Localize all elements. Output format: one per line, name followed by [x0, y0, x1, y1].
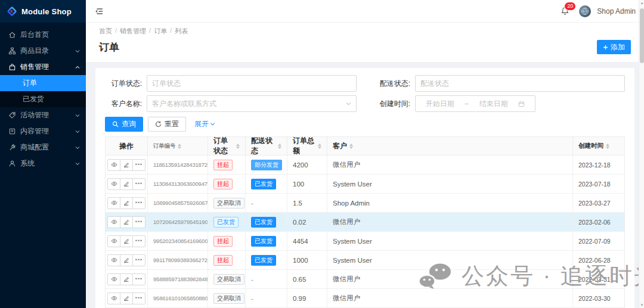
- user-name[interactable]: Shop Admin: [597, 7, 636, 15]
- column-header-order-id[interactable]: 订单编号: [148, 137, 208, 155]
- breadcrumb-item[interactable]: 销售管理: [120, 27, 146, 36]
- app-title: Module Shop: [21, 7, 72, 16]
- order-id-cell: 991178099389366272: [148, 251, 208, 270]
- sort-icon[interactable]: [236, 144, 240, 149]
- chevron-down-icon: [75, 129, 80, 134]
- table-row[interactable]: •••1130843130636009472挂起已发货100System Use…: [106, 175, 624, 194]
- sort-icon[interactable]: [318, 144, 321, 149]
- edit-button[interactable]: [120, 159, 133, 171]
- status-tag: 交易取消: [213, 293, 244, 304]
- column-header-created[interactable]: 创建时间: [573, 137, 624, 155]
- more-button[interactable]: •••: [132, 273, 145, 285]
- more-button[interactable]: •••: [132, 178, 145, 190]
- view-button[interactable]: [107, 197, 120, 209]
- customer-select[interactable]: 客户名称或联系方式: [147, 95, 357, 112]
- sidebar-item-sales[interactable]: 销售管理: [0, 59, 86, 75]
- status-tag: 挂起: [213, 160, 233, 170]
- table-row[interactable]: •••991178099389366272挂起已发货1000System Use…: [106, 251, 624, 270]
- order-id-cell: 995202340854169600: [148, 232, 208, 251]
- breadcrumb-item[interactable]: 首页: [99, 27, 112, 36]
- orders-table: 操作 订单编号 订单状态 配送状态 订单总额 客户 创建时间 •••118613…: [105, 136, 625, 308]
- sidebar-item-shipped[interactable]: 已发货: [0, 91, 86, 107]
- column-header-order-status[interactable]: 订单状态: [208, 137, 246, 155]
- table-row[interactable]: •••1089904585759260672交易取消-1.5Shop Admin…: [106, 194, 624, 213]
- view-button[interactable]: [107, 254, 120, 266]
- delivery-status-cell: 已发货: [246, 232, 287, 251]
- reset-button[interactable]: 重置: [148, 117, 186, 132]
- column-header-delivery-status[interactable]: 配送状态: [246, 137, 287, 155]
- view-button[interactable]: [107, 178, 120, 190]
- table-row[interactable]: •••958616101065850880交易取消-0.99微信用户2022-0…: [106, 289, 624, 308]
- view-button[interactable]: [107, 159, 120, 171]
- sort-icon[interactable]: [278, 144, 281, 149]
- more-button[interactable]: •••: [132, 216, 145, 228]
- sidebar-item-system[interactable]: 系统: [0, 155, 86, 172]
- menu-fold-icon[interactable]: [95, 7, 104, 15]
- order-status-cell: 交易取消: [208, 194, 246, 213]
- edit-button[interactable]: [120, 254, 133, 266]
- table-row[interactable]: •••995202340854169600挂起已发货4454System Use…: [106, 232, 624, 251]
- reload-icon: [155, 121, 162, 127]
- edit-button[interactable]: [120, 273, 133, 285]
- order-id-cell: 1072064259795451904: [148, 213, 208, 232]
- order-status-cell: 挂起: [208, 175, 246, 194]
- page-scrollbar[interactable]: ▲ ▼: [639, 0, 644, 308]
- edit-button[interactable]: [120, 178, 133, 190]
- reset-button-label: 重置: [165, 119, 179, 129]
- avatar[interactable]: [579, 5, 591, 17]
- row-actions: •••: [106, 213, 148, 232]
- table-row[interactable]: •••1186135914284318720挂起部分发货4200微信用户2023…: [106, 155, 624, 175]
- sidebar-item-catalog[interactable]: 商品目录: [0, 43, 86, 59]
- more-button[interactable]: •••: [132, 159, 145, 171]
- delivery-status-input[interactable]: [415, 75, 625, 92]
- more-button[interactable]: •••: [132, 293, 145, 304]
- order-status-cell: 交易取消: [208, 270, 246, 289]
- delivery-status-cell: 已发货: [246, 175, 287, 194]
- sort-icon[interactable]: [606, 144, 609, 149]
- view-button[interactable]: [107, 273, 120, 285]
- scrollbar-down-arrow[interactable]: ▼: [639, 302, 644, 308]
- table-row[interactable]: •••1072064259795451904已发货已发货0.02微信用户2023…: [106, 213, 624, 232]
- view-button[interactable]: [107, 216, 120, 228]
- row-actions: •••: [106, 194, 148, 213]
- add-button[interactable]: 添加: [597, 40, 631, 54]
- sort-icon[interactable]: [178, 144, 181, 149]
- scrollbar-up-arrow[interactable]: ▲: [639, 0, 644, 6]
- shop-icon: [8, 63, 16, 71]
- sidebar-menu: 后台首页 商品目录 销售管理 订单 已发货 活动管理: [0, 23, 86, 172]
- edit-button[interactable]: [120, 293, 133, 304]
- expand-link[interactable]: 展开: [194, 119, 215, 129]
- edit-button[interactable]: [120, 235, 133, 247]
- scrollbar-thumb[interactable]: [640, 8, 644, 63]
- view-button[interactable]: [107, 235, 120, 247]
- column-header-total[interactable]: 订单总额: [287, 137, 327, 155]
- edit-button[interactable]: [120, 216, 133, 228]
- sidebar-item-content[interactable]: 内容管理: [0, 123, 86, 139]
- sidebar-item-orders[interactable]: 订单: [0, 75, 86, 91]
- more-button[interactable]: •••: [132, 235, 145, 247]
- home-icon: [8, 31, 16, 39]
- table-row[interactable]: •••958885971883982848交易取消-0.65微信用户2022-0…: [106, 270, 624, 289]
- sidebar-item-dashboard[interactable]: 后台首页: [0, 27, 86, 43]
- notification-bell-icon[interactable]: 20: [561, 7, 569, 15]
- sidebar-item-config[interactable]: 商城配置: [0, 139, 86, 155]
- date-range-picker[interactable]: 开始日期 – 结束日期: [415, 95, 535, 112]
- more-button[interactable]: •••: [132, 254, 145, 266]
- sidebar-item-activity[interactable]: 活动管理: [0, 107, 86, 123]
- more-button[interactable]: •••: [132, 197, 145, 209]
- search-button[interactable]: 查询: [105, 117, 143, 132]
- view-button[interactable]: [107, 293, 120, 304]
- chevron-down-icon: [75, 161, 80, 166]
- breadcrumb-item[interactable]: 订单: [154, 27, 167, 36]
- edit-button[interactable]: [120, 197, 133, 209]
- status-tag: 挂起: [213, 179, 233, 189]
- delivery-status-cell: -: [246, 289, 287, 308]
- order-status-cell: 挂起: [208, 251, 246, 270]
- order-status-cell: 挂起: [208, 155, 246, 175]
- order-status-input[interactable]: [147, 75, 357, 92]
- row-actions: •••: [106, 251, 148, 270]
- column-header-customer[interactable]: 客户: [327, 137, 573, 155]
- catalog-icon: [8, 47, 16, 55]
- status-tag: 交易取消: [213, 274, 244, 285]
- sort-icon[interactable]: [349, 144, 353, 149]
